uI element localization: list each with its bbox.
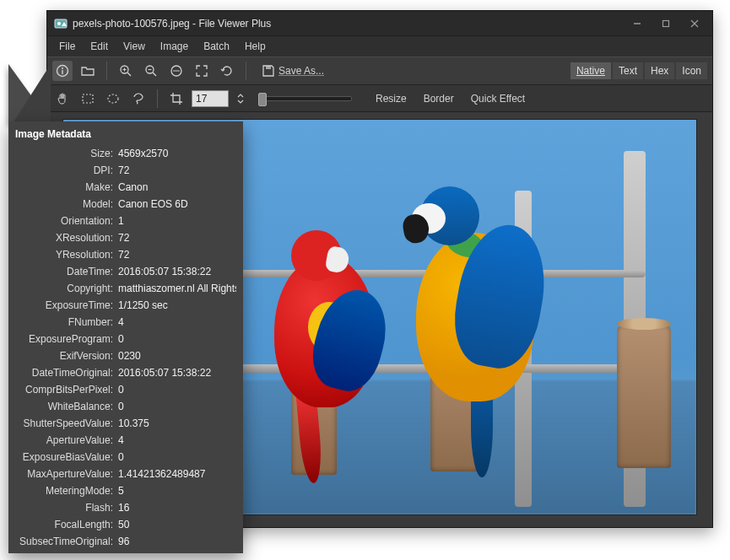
tab-text[interactable]: Text xyxy=(613,62,643,79)
metadata-value: 0 xyxy=(118,449,236,466)
metadata-key: Copyright: xyxy=(15,280,118,297)
metadata-key: ShutterSpeedValue: xyxy=(15,415,118,432)
metadata-value: 1.41421362489487 xyxy=(118,466,236,482)
svg-point-1 xyxy=(57,22,61,25)
metadata-row: FNumber:4 xyxy=(15,314,236,331)
metadata-key: SubsecTimeOriginal: xyxy=(15,533,118,550)
info-icon[interactable] xyxy=(52,61,73,81)
svg-rect-18 xyxy=(266,66,271,69)
metadata-key: Make: xyxy=(15,179,118,196)
metadata-key: DateTimeOriginal: xyxy=(15,364,118,381)
zoom-in-icon[interactable] xyxy=(116,61,136,81)
metadata-row: Model:Canon EOS 6D xyxy=(15,196,236,213)
maximize-button[interactable] xyxy=(653,15,679,32)
metadata-key: Model: xyxy=(15,196,118,213)
metadata-panel: Image Metadata Size:4569x2570DPI:72Make:… xyxy=(8,121,243,553)
pan-hand-icon[interactable] xyxy=(52,89,73,109)
metadata-value: 72 xyxy=(118,162,236,179)
metadata-row: FocalLength:50 xyxy=(15,516,236,533)
metadata-value: 0 xyxy=(118,331,236,347)
metadata-row: DateTime:2016:05:07 15:38:22 xyxy=(15,263,236,280)
metadata-title: Image Metadata xyxy=(15,128,236,140)
metadata-key: Size: xyxy=(15,145,118,162)
metadata-value: 4569x2570 xyxy=(118,145,236,162)
resize-button[interactable]: Resize xyxy=(376,93,407,105)
metadata-value: 2016:05:07 15:38:22 xyxy=(118,364,236,381)
save-as-label: Save As... xyxy=(278,65,324,77)
menu-help[interactable]: Help xyxy=(238,39,273,54)
metadata-key: ComprBitsPerPixel: xyxy=(15,381,118,398)
secondary-toolbar: Resize Border Quick Effect xyxy=(47,85,712,112)
metadata-row: MeteringMode:5 xyxy=(15,482,236,499)
zoom-actual-icon[interactable] xyxy=(166,61,187,81)
metadata-key: Flash: xyxy=(15,499,118,516)
menu-view[interactable]: View xyxy=(116,39,152,54)
zoom-slider[interactable] xyxy=(259,96,352,101)
metadata-value: 4 xyxy=(118,432,236,449)
svg-rect-8 xyxy=(62,70,62,74)
select-rect-icon[interactable] xyxy=(78,89,98,109)
svg-point-7 xyxy=(62,67,63,69)
metadata-key: ExposureProgram: xyxy=(15,331,118,347)
close-button[interactable] xyxy=(682,15,707,32)
quick-effect-button[interactable]: Quick Effect xyxy=(471,93,525,105)
metadata-key: ExifVersion: xyxy=(15,347,118,364)
metadata-key: ExposureTime: xyxy=(15,297,118,314)
metadata-row: ComprBitsPerPixel:0 xyxy=(15,381,236,398)
metadata-row: ExposureProgram:0 xyxy=(15,331,236,347)
metadata-key: WhiteBalance: xyxy=(15,398,118,415)
window-title: pexels-photo-100576.jpeg - File Viewer P… xyxy=(73,18,625,30)
slider-thumb[interactable] xyxy=(258,93,267,106)
select-ellipse-icon[interactable] xyxy=(103,89,123,109)
metadata-value: 5 xyxy=(118,482,236,499)
menubar: File Edit View Image Batch Help xyxy=(47,36,712,57)
zoom-out-icon[interactable] xyxy=(141,61,161,81)
metadata-value: 0230 xyxy=(118,347,236,364)
metadata-row: ShutterSpeedValue:10.375 xyxy=(15,415,236,432)
metadata-row: DPI:72 xyxy=(15,162,236,179)
callout-pointer-shadow xyxy=(12,64,51,125)
crop-icon[interactable] xyxy=(166,89,187,109)
metadata-row: MaxApertureValue:1.41421362489487 xyxy=(15,466,236,482)
lasso-icon[interactable] xyxy=(128,89,149,109)
metadata-key: ExposureBiasValue: xyxy=(15,449,118,466)
tab-icon[interactable]: Icon xyxy=(676,62,707,79)
metadata-value: 4 xyxy=(118,314,236,331)
border-button[interactable]: Border xyxy=(424,93,454,105)
tab-native[interactable]: Native xyxy=(570,62,611,79)
metadata-row: WhiteBalance:0 xyxy=(15,398,236,415)
metadata-row: DateTimeOriginal:2016:05:07 15:38:22 xyxy=(15,364,236,381)
menu-edit[interactable]: Edit xyxy=(84,39,115,54)
menu-file[interactable]: File xyxy=(52,39,82,54)
fullscreen-icon[interactable] xyxy=(192,61,212,81)
primary-toolbar: Save As... Native Text Hex Icon xyxy=(47,57,712,85)
crop-value-input[interactable] xyxy=(192,90,229,107)
metadata-rows: Size:4569x2570DPI:72Make:CanonModel:Cano… xyxy=(15,145,236,550)
metadata-value: 1 xyxy=(118,213,236,229)
metadata-value: 72 xyxy=(118,246,236,263)
save-as-button[interactable]: Save As... xyxy=(262,64,324,78)
rotate-icon[interactable] xyxy=(217,61,237,81)
stepper-icon[interactable] xyxy=(234,89,247,109)
metadata-row: Flash:16 xyxy=(15,499,236,516)
metadata-row: ExifVersion:0230 xyxy=(15,347,236,364)
metadata-value: matthiaszomer.nl All Rights Res xyxy=(118,280,236,297)
tab-hex[interactable]: Hex xyxy=(645,62,674,79)
metadata-row: YResolution:72 xyxy=(15,246,236,263)
metadata-key: FocalLength: xyxy=(15,516,118,533)
svg-rect-19 xyxy=(83,94,93,103)
open-folder-icon[interactable] xyxy=(78,61,98,81)
metadata-row: ExposureTime:1/1250 sec xyxy=(15,297,236,314)
metadata-value: 50 xyxy=(118,516,236,533)
metadata-key: XResolution: xyxy=(15,229,118,246)
metadata-key: DPI: xyxy=(15,162,118,179)
metadata-key: MaxApertureValue: xyxy=(15,466,118,482)
metadata-key: Orientation: xyxy=(15,213,118,229)
svg-rect-3 xyxy=(663,20,669,26)
minimize-button[interactable] xyxy=(625,15,650,32)
metadata-value: 0 xyxy=(118,398,236,415)
svg-line-10 xyxy=(127,73,131,76)
menu-batch[interactable]: Batch xyxy=(197,39,236,54)
metadata-key: FNumber: xyxy=(15,314,118,331)
menu-image[interactable]: Image xyxy=(154,39,195,54)
